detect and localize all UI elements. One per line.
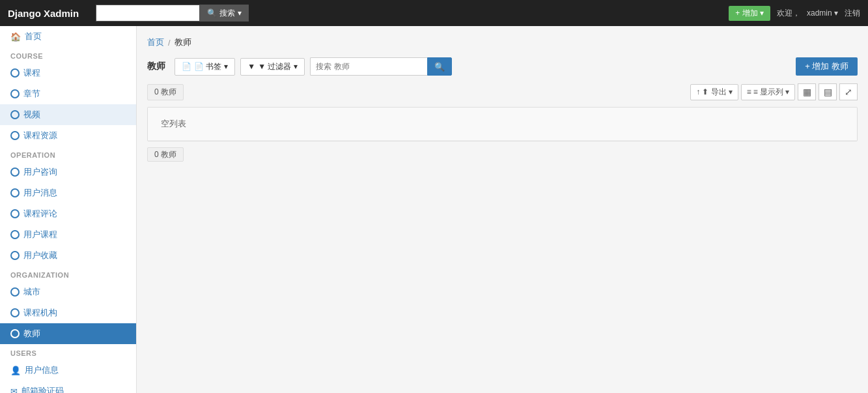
home-icon: 🏠 [10,32,21,42]
sidebar-item-chapter[interactable]: 章节 [0,83,136,104]
toolbar: 教师 📄 📄 书签 ▾ ▼ ▼ 过滤器 ▾ 🔍 + 增加 教师 [147,57,858,76]
circle-icon [10,251,20,260]
columns-icon: ≡ [747,87,751,96]
filter-dropdown-icon: ▾ [294,62,298,71]
sidebar-item-email-verify[interactable]: ✉ 邮箱验证码 [0,381,136,393]
circle-icon [10,308,20,317]
search-form: 🔍 搜索 ▾ [96,5,249,22]
user-icon: 👤 [10,366,21,375]
sidebar-item-user-consult[interactable]: 用户咨询 [0,162,136,182]
search-input[interactable] [96,5,200,22]
sidebar: 🏠 首页 Course 课程 章节 视频 课程资源 Operation 用户咨询 [0,26,137,393]
bookmark-button[interactable]: 📄 📄 书签 ▾ [175,58,235,76]
section-label-organization: Organization [0,266,136,282]
sidebar-item-course-org[interactable]: 课程机构 [0,302,136,323]
empty-message: 空列表 [148,108,857,141]
search-box: 🔍 [310,57,452,76]
logout-link[interactable]: 注销 [845,8,860,19]
circle-icon [10,230,20,239]
add-button[interactable]: + 增加 ▾ [729,6,770,21]
bookmark-icon: 📄 [182,62,191,71]
breadcrumb-current: 教师 [175,36,191,48]
export-button[interactable]: ↑ ⬆ 导出 ▾ [690,84,738,100]
count-bar-top: 0 教师 ↑ ⬆ 导出 ▾ ≡ ≡ 显示列 ▾ ▦ ▤ [147,83,858,100]
filter-icon: ▼ [247,62,255,71]
sidebar-item-course-comment[interactable]: 课程评论 [0,203,136,224]
list-icon: ▤ [824,87,832,97]
data-table: 空列表 [147,107,858,141]
sidebar-item-home[interactable]: 🏠 首页 [0,26,136,47]
brand: Django Xadmin [8,8,79,19]
sidebar-item-video[interactable]: 视频 [0,104,136,125]
sidebar-item-teacher[interactable]: 教师 [0,323,136,344]
envelope-icon: ✉ [10,386,18,394]
main-content: 首页 / 教师 教师 📄 📄 书签 ▾ ▼ ▼ 过滤器 ▾ 🔍 [137,26,868,393]
search-button[interactable]: 🔍 搜索 ▾ [200,5,249,22]
sidebar-item-course[interactable]: 课程 [0,63,136,83]
add-teacher-button[interactable]: + 增加 教师 [796,57,858,76]
circle-icon [10,68,20,78]
circle-icon [10,209,20,218]
navbar-right: + 增加 ▾ 欢迎， xadmin ▾ 注销 [729,6,860,21]
expand-icon: ⤢ [845,87,852,97]
search-icon: 🔍 [207,8,217,18]
sidebar-item-course-resource[interactable]: 课程资源 [0,125,136,146]
section-label-operation: Operation [0,146,136,162]
sidebar-item-user-favorite[interactable]: 用户收藏 [0,245,136,266]
view-controls: ↑ ⬆ 导出 ▾ ≡ ≡ 显示列 ▾ ▦ ▤ ⤢ [690,83,858,100]
navbar: Django Xadmin 🔍 搜索 ▾ + 增加 ▾ 欢迎， xadmin ▾… [0,0,868,26]
bookmark-dropdown-icon: ▾ [224,62,228,71]
circle-icon [10,131,20,140]
count-badge-bottom: 0 教师 [147,147,184,162]
welcome-text: 欢迎， [777,8,800,19]
circle-icon [10,167,20,177]
list-view-button[interactable]: ▤ [819,83,837,100]
sidebar-item-user-course[interactable]: 用户课程 [0,224,136,245]
search-go-icon: 🔍 [434,62,445,72]
grid-view-button[interactable]: ▦ [798,83,816,100]
filter-button[interactable]: ▼ ▼ 过滤器 ▾ [240,58,305,76]
circle-icon [10,188,20,197]
sidebar-item-user-message[interactable]: 用户消息 [0,182,136,203]
grid-icon: ▦ [803,87,811,97]
count-bar-bottom: 0 教师 [147,149,858,160]
username-link[interactable]: xadmin ▾ [807,8,838,18]
section-label-course: Course [0,47,136,63]
breadcrumb-separator: / [168,38,171,48]
breadcrumb: 首页 / 教师 [147,36,858,48]
circle-icon [10,89,20,98]
expand-view-button[interactable]: ⤢ [839,83,858,100]
layout: 🏠 首页 Course 课程 章节 视频 课程资源 Operation 用户咨询 [0,26,868,393]
circle-icon [10,329,20,338]
display-columns-button[interactable]: ≡ ≡ 显示列 ▾ [741,84,795,100]
toolbar-title: 教师 [147,61,165,72]
section-label-users: Users [0,344,136,360]
circle-icon [10,287,20,297]
breadcrumb-home[interactable]: 首页 [147,36,164,48]
sidebar-item-user-info[interactable]: 👤 用户信息 [0,360,136,381]
export-icon: ↑ [696,87,700,96]
search-teacher-input[interactable] [310,57,427,76]
count-badge-top: 0 教师 [147,84,184,100]
circle-icon [10,110,20,119]
search-go-button[interactable]: 🔍 [427,57,452,76]
sidebar-item-city[interactable]: 城市 [0,282,136,302]
